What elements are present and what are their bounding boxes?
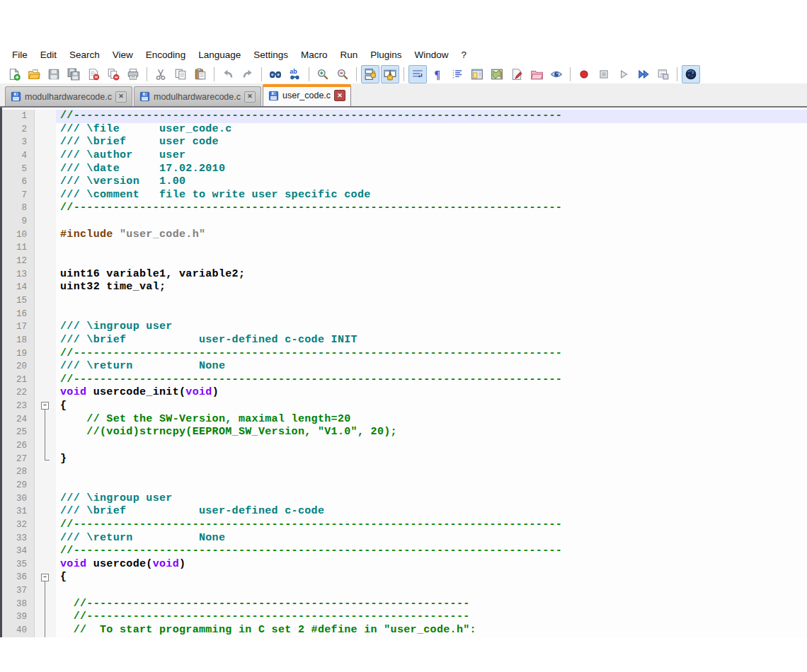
replace-icon: ab bbox=[289, 68, 302, 81]
menu-settings[interactable]: Settings bbox=[247, 50, 294, 60]
menu-plugins[interactable]: Plugins bbox=[364, 50, 408, 60]
toolbar-separator bbox=[356, 67, 357, 81]
code-line[interactable]: 40 // To start programming in C set 2 #d… bbox=[2, 624, 807, 637]
tab-user_code.c[interactable]: user_code.c✕ bbox=[263, 84, 351, 106]
code-editor[interactable]: 1//-------------------------------------… bbox=[0, 108, 807, 637]
code-line[interactable]: 23{ bbox=[2, 400, 807, 413]
code-line[interactable]: 19//------------------------------------… bbox=[2, 347, 807, 361]
indent-guide-button[interactable] bbox=[448, 65, 467, 83]
code-line[interactable]: 12 bbox=[2, 255, 807, 268]
code-line[interactable]: 14uint32 time_val; bbox=[2, 281, 807, 294]
code-line[interactable]: 37 bbox=[2, 584, 807, 598]
show-symbols-button[interactable]: ¶ bbox=[428, 65, 447, 83]
tab-close-icon[interactable]: ✕ bbox=[334, 90, 345, 101]
menu-file[interactable]: File bbox=[6, 50, 34, 60]
code-line[interactable]: 10#include "user_code.h" bbox=[2, 228, 807, 242]
close-all-button[interactable] bbox=[104, 65, 122, 83]
sync-horizontal-button[interactable] bbox=[381, 65, 399, 83]
menu-language[interactable]: Language bbox=[192, 50, 247, 60]
cut-button[interactable] bbox=[151, 65, 170, 83]
code-line[interactable]: 2/// \file user_code.c bbox=[2, 123, 807, 137]
monitor-eye-button[interactable] bbox=[547, 65, 566, 83]
menu-edit[interactable]: Edit bbox=[34, 50, 63, 60]
code-line[interactable]: 26 bbox=[2, 439, 807, 453]
redo-button[interactable] bbox=[239, 65, 257, 83]
code-line[interactable]: 31/// \brief user-defined c-code bbox=[2, 505, 807, 519]
word-wrap-button[interactable] bbox=[408, 65, 427, 83]
zoom-in-button[interactable] bbox=[314, 65, 332, 83]
code-line[interactable]: 13uint16 variable1, variable2; bbox=[2, 268, 807, 282]
code-line[interactable]: 11 bbox=[2, 241, 807, 255]
tab-modulhardwarecode.c[interactable]: modulhardwarecode.c✕ bbox=[134, 86, 261, 106]
project-folder-button[interactable] bbox=[527, 65, 546, 83]
code-line[interactable]: 22void usercode_init(void) bbox=[2, 386, 807, 400]
menu-view[interactable]: View bbox=[106, 50, 139, 60]
print-button[interactable] bbox=[124, 65, 142, 83]
code-line[interactable]: 32//------------------------------------… bbox=[2, 519, 807, 532]
menu-search[interactable]: Search bbox=[63, 50, 106, 60]
code-line[interactable]: 21//------------------------------------… bbox=[2, 373, 807, 387]
code-line[interactable]: 39 //-----------------------------------… bbox=[2, 610, 807, 624]
code-line[interactable]: 18/// \brief user-defined c-code INIT bbox=[2, 334, 807, 347]
macro-stop-button[interactable] bbox=[595, 65, 613, 83]
code-line[interactable]: 34//------------------------------------… bbox=[2, 545, 807, 558]
code-text: #include "user_code.h" bbox=[56, 228, 807, 242]
code-line[interactable]: 28 bbox=[2, 465, 807, 479]
code-line[interactable]: 20/// \return None bbox=[2, 360, 807, 373]
macro-play-button[interactable] bbox=[614, 65, 633, 83]
function-list-button[interactable] bbox=[468, 65, 486, 83]
macro-save-button[interactable] bbox=[654, 65, 672, 83]
save-button[interactable] bbox=[45, 65, 63, 83]
code-line[interactable]: 15 bbox=[2, 294, 807, 308]
paste-button[interactable] bbox=[191, 65, 210, 83]
code-line[interactable]: 30/// \ingroup user bbox=[2, 492, 807, 506]
code-line[interactable]: 36{ bbox=[2, 571, 807, 584]
code-line[interactable]: 5/// \date 17.02.2010 bbox=[2, 163, 807, 176]
code-line[interactable]: 17/// \ingroup user bbox=[2, 320, 807, 334]
code-line[interactable]: 33/// \return None bbox=[2, 532, 807, 545]
tab-close-icon[interactable]: ✕ bbox=[244, 91, 256, 103]
code-line[interactable]: 24 // Set the SW-Version, maximal length… bbox=[2, 413, 807, 427]
open-folder-button[interactable] bbox=[25, 65, 43, 83]
code-line[interactable]: 29 bbox=[2, 479, 807, 492]
fold-collapse-icon[interactable] bbox=[35, 571, 56, 584]
show-symbols-icon: ¶ bbox=[431, 68, 444, 81]
code-line[interactable]: 6/// \version 1.00 bbox=[2, 175, 807, 189]
menu-help[interactable]: ? bbox=[455, 50, 474, 60]
sync-vertical-button[interactable] bbox=[361, 65, 379, 83]
code-line[interactable]: 35void usercode(void) bbox=[2, 558, 807, 572]
code-line[interactable]: 16 bbox=[2, 308, 807, 321]
undo-button[interactable] bbox=[219, 65, 237, 83]
code-line[interactable]: 1//-------------------------------------… bbox=[2, 110, 807, 123]
tab-close-icon[interactable]: ✕ bbox=[115, 91, 127, 103]
save-all-button[interactable] bbox=[64, 65, 83, 83]
doc-edit-button[interactable] bbox=[508, 65, 526, 83]
code-line[interactable]: 27} bbox=[2, 453, 807, 466]
code-line[interactable]: 7/// \comment file to write user specifi… bbox=[2, 189, 807, 202]
zoom-out-button[interactable] bbox=[333, 65, 352, 83]
find-button[interactable] bbox=[266, 65, 285, 83]
replace-button[interactable]: ab bbox=[286, 65, 304, 83]
copy-button[interactable] bbox=[171, 65, 190, 83]
new-file-button[interactable] bbox=[5, 65, 23, 83]
fold-collapse-icon[interactable] bbox=[35, 400, 56, 413]
fold-margin bbox=[35, 347, 56, 361]
code-line[interactable]: 8//-------------------------------------… bbox=[2, 202, 807, 215]
code-line[interactable]: 38 //-----------------------------------… bbox=[2, 598, 807, 611]
menu-window[interactable]: Window bbox=[408, 50, 455, 60]
code-line[interactable]: 9 bbox=[2, 215, 807, 228]
code-line[interactable]: 3/// \brief user code bbox=[2, 136, 807, 149]
menu-macro[interactable]: Macro bbox=[294, 50, 334, 60]
line-number: 18 bbox=[2, 334, 35, 347]
close-button[interactable] bbox=[84, 65, 103, 83]
code-line[interactable]: 4/// \author user bbox=[2, 149, 807, 163]
menu-encoding[interactable]: Encoding bbox=[139, 50, 192, 60]
macro-record-button[interactable] bbox=[575, 65, 593, 83]
sync-vertical-icon bbox=[364, 68, 377, 81]
tab-modulhardwarecode.c[interactable]: modulhardwarecode.c✕ bbox=[5, 86, 132, 106]
code-line[interactable]: 25 //(void)strncpy(EEPROM_SW_Version, "V… bbox=[2, 426, 807, 439]
menu-run[interactable]: Run bbox=[334, 50, 365, 60]
macro-run-multi-button[interactable] bbox=[634, 65, 653, 83]
doc-map-button[interactable] bbox=[488, 65, 506, 83]
plugin-sphere-button[interactable] bbox=[682, 65, 700, 83]
